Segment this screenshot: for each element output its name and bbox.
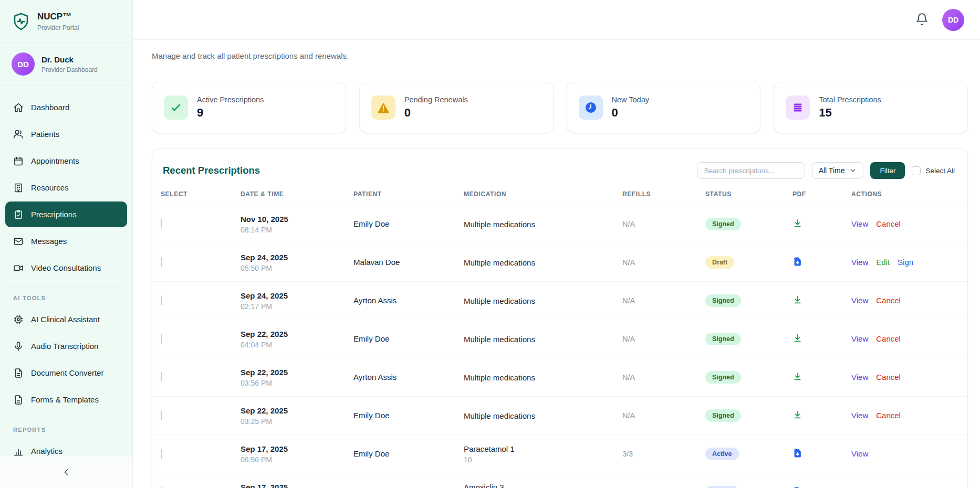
view-link[interactable]: View: [851, 219, 868, 228]
prescription-date: Sep 17, 2025: [241, 444, 341, 453]
search-input[interactable]: [697, 162, 805, 179]
patient-name: Ayrton Assis: [353, 373, 397, 381]
download-icon: [793, 372, 802, 381]
download-icon: [793, 410, 802, 420]
patient-name: Emily Doe: [353, 449, 389, 458]
table-row: Sep 22, 202503:25 PMEmily DoeMultiple me…: [152, 397, 967, 435]
file-down-icon: [793, 257, 802, 267]
sidebar-item-label: Patients: [31, 130, 59, 139]
user-avatar: DD: [12, 52, 35, 76]
clipboard-check-icon: [13, 209, 24, 220]
prescription-time: 03:56 PM: [241, 379, 341, 387]
sidebar-divider: [9, 418, 123, 418]
bell-icon: [915, 13, 929, 26]
cpu-icon: [13, 314, 24, 325]
topbar: DD: [133, 0, 980, 40]
sidebar-item-label: Resources: [31, 183, 69, 192]
sidebar-item-label: Document Converter: [31, 368, 103, 377]
row-checkbox[interactable]: [161, 257, 162, 267]
sidebar-item-ai-clinical-assistant[interactable]: AI Clinical Assistant: [5, 306, 127, 332]
refills-value: N/A: [622, 296, 635, 305]
alert-triangle-icon: [377, 101, 390, 114]
sidebar-item-forms-templates[interactable]: Forms & Templates: [5, 387, 127, 412]
filter-button[interactable]: Filter: [870, 162, 905, 179]
cancel-link[interactable]: Cancel: [876, 219, 901, 228]
row-checkbox[interactable]: [161, 334, 162, 344]
sidebar-section-label-reports: REPORTS: [5, 419, 127, 437]
view-link[interactable]: View: [851, 449, 868, 458]
app-tagline: Provider Portal: [37, 24, 79, 31]
sidebar-item-video-consultations[interactable]: Video Consultations: [5, 255, 127, 281]
select-all-control[interactable]: Select All: [912, 166, 955, 175]
select-all-label: Select All: [925, 167, 955, 175]
cancel-link[interactable]: Cancel: [876, 373, 901, 381]
sidebar-item-document-converter[interactable]: Document Converter: [5, 360, 127, 386]
table-row: Sep 17, 202506:52 PMEmily DoeAmoxiclin 3…: [152, 473, 967, 488]
stat-icon-wrap: [579, 96, 603, 120]
prescription-time: 02:17 PM: [241, 302, 341, 311]
medication-name: Multiple medications: [464, 296, 610, 305]
sidebar-collapse-button[interactable]: [0, 457, 132, 488]
sidebar: NUCP™ Provider Portal DD Dr. Duck Provid…: [0, 0, 133, 488]
home-icon: [13, 102, 24, 113]
stat-value: 9: [197, 106, 264, 120]
column-header-date-time: DATE & TIME: [232, 187, 345, 205]
pdf-download-button[interactable]: [793, 333, 802, 343]
sign-link[interactable]: Sign: [898, 258, 913, 267]
status-badge: Active: [705, 486, 739, 488]
prescription-date: Sep 22, 2025: [241, 368, 341, 377]
sidebar-item-resources[interactable]: Resources: [5, 175, 127, 200]
pdf-download-button[interactable]: [793, 218, 802, 228]
app-name: NUCP™: [37, 12, 79, 22]
sidebar-section-label-ai-tools: AI TOOLS: [5, 288, 127, 305]
prescription-date: Sep 22, 2025: [241, 406, 341, 415]
sidebar-item-prescriptions[interactable]: Prescriptions: [5, 201, 127, 227]
refills-value: N/A: [622, 373, 635, 381]
page-subtitle: Manage and track all patient prescriptio…: [152, 51, 968, 60]
sidebar-nav: DashboardPatientsAppointmentsResourcesPr…: [0, 86, 132, 464]
refills-value: 3/3: [622, 450, 633, 458]
view-link[interactable]: View: [851, 258, 868, 267]
row-checkbox[interactable]: [161, 372, 162, 382]
row-checkbox[interactable]: [161, 410, 162, 420]
view-link[interactable]: View: [851, 334, 868, 343]
time-filter-select[interactable]: All Time: [812, 162, 864, 179]
sidebar-item-label: Analytics: [31, 447, 62, 455]
cancel-link[interactable]: Cancel: [876, 334, 901, 343]
medication-detail: 10: [464, 455, 610, 464]
pdf-download-button[interactable]: [793, 410, 802, 420]
edit-link[interactable]: Edit: [876, 258, 890, 267]
building-icon: [13, 183, 24, 193]
pdf-file-down-button[interactable]: [793, 448, 802, 458]
refills-value: N/A: [622, 258, 635, 267]
view-link[interactable]: View: [851, 411, 868, 420]
pdf-download-button[interactable]: [793, 372, 802, 381]
sidebar-item-patients[interactable]: Patients: [5, 121, 127, 147]
prescription-time: 04:04 PM: [241, 341, 341, 349]
view-link[interactable]: View: [851, 373, 868, 381]
table-row: Sep 24, 202505:50 PMMalavan DoeMultiple …: [152, 243, 967, 282]
sidebar-item-dashboard[interactable]: Dashboard: [5, 94, 127, 120]
row-checkbox[interactable]: [161, 449, 162, 459]
page-content: Manage and track all patient prescriptio…: [133, 40, 980, 488]
sidebar-item-audio-transcription[interactable]: Audio Transcription: [5, 333, 127, 359]
sidebar-item-messages[interactable]: Messages: [5, 228, 127, 254]
cancel-link[interactable]: Cancel: [876, 296, 901, 305]
sidebar-item-appointments[interactable]: Appointments: [5, 148, 127, 174]
notifications-button[interactable]: [915, 13, 929, 27]
patient-name: Malavan Doe: [353, 258, 400, 267]
pdf-file-down-button[interactable]: [793, 257, 802, 267]
prescription-time: 06:56 PM: [241, 455, 341, 464]
topbar-avatar[interactable]: DD: [942, 9, 964, 31]
view-link[interactable]: View: [851, 296, 868, 305]
prescription-date: Sep 24, 2025: [241, 253, 341, 262]
row-checkbox[interactable]: [161, 219, 162, 229]
row-checkbox[interactable]: [161, 295, 162, 305]
recent-prescriptions-card: Recent Prescriptions All Time Filter Sel…: [152, 148, 968, 488]
download-icon: [793, 295, 802, 305]
column-header-pdf: PDF: [784, 187, 843, 205]
list-icon: [791, 101, 804, 114]
pdf-download-button[interactable]: [793, 295, 802, 305]
cancel-link[interactable]: Cancel: [876, 411, 901, 420]
select-all-checkbox[interactable]: [912, 166, 921, 175]
